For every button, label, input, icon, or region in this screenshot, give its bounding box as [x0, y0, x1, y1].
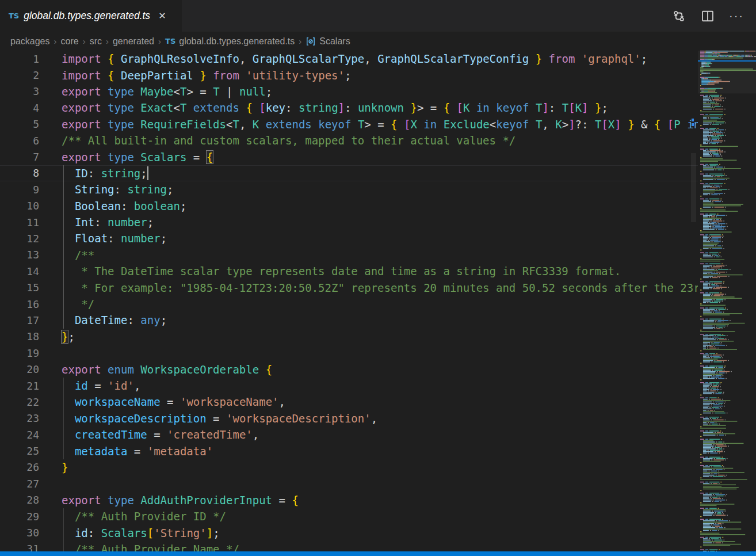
code-line[interactable]: 2import { DeepPartial } from 'utility-ty… [0, 67, 698, 83]
line-number: 2 [0, 69, 39, 81]
code-line[interactable]: 18}; [0, 329, 698, 345]
code-line[interactable]: 19 [0, 345, 698, 361]
breadcrumb-item-src[interactable]: src [90, 36, 102, 47]
code-line[interactable]: 16 */ [0, 296, 698, 312]
code-line[interactable]: 1import { GraphQLResolveInfo, GraphQLSca… [0, 51, 698, 67]
code-line[interactable]: 11 Int: number; [0, 214, 698, 230]
code-text: export type AddAuthProviderInput = { [39, 494, 299, 507]
code-line[interactable]: 23 workspaceDescription = 'workspaceDesc… [0, 410, 698, 426]
text-cursor [147, 166, 148, 180]
line-number: 12 [0, 233, 39, 245]
cursor-decoration [692, 119, 694, 121]
code-editor[interactable]: 1import { GraphQLResolveInfo, GraphQLSca… [0, 51, 756, 551]
breadcrumb-label: src [90, 36, 102, 47]
code-text: ID: string; [39, 166, 148, 180]
code-line[interactable]: 13 /** [0, 247, 698, 263]
breadcrumb-item-global-db-types-generated-ts[interactable]: TSglobal.db.types.generated.ts [165, 36, 295, 47]
line-number: 8 [0, 167, 39, 179]
breadcrumb-item-packages[interactable]: packages [10, 36, 50, 47]
line-number: 13 [0, 249, 39, 261]
code-line[interactable]: 25 metadata = 'metadata' [0, 443, 698, 459]
code-text: export enum WorkspaceOrderable { [39, 363, 272, 376]
indent-guide [63, 508, 64, 551]
vscode-window: TS global.db.types.generated.ts ✕ [0, 0, 756, 556]
breadcrumb-label: Scalars [319, 36, 350, 47]
close-tab-icon[interactable]: ✕ [158, 12, 166, 21]
indent-guide [63, 165, 64, 329]
line-number: 15 [0, 281, 39, 294]
breadcrumb-item-generated[interactable]: generated [113, 36, 154, 47]
breadcrumb: packages›core›src›generated›TSglobal.db.… [0, 32, 756, 51]
line-number: 17 [0, 314, 39, 326]
line-number: 16 [0, 298, 39, 310]
code-line[interactable]: 9 String: string; [0, 181, 698, 197]
line-number: 3 [0, 85, 39, 97]
code-line[interactable]: 5export type RequireFields<T, K extends … [0, 116, 698, 132]
line-number: 25 [0, 445, 39, 457]
breadcrumb-item-core[interactable]: core [61, 36, 79, 47]
code-line[interactable]: 26} [0, 459, 698, 475]
code-line[interactable]: 10 Boolean: boolean; [0, 198, 698, 214]
open-changes-icon[interactable] [672, 9, 686, 23]
code-line[interactable]: 22 workspaceName = 'workspaceName', [0, 394, 698, 410]
code-line[interactable]: 29 /** Auth Provider ID */ [0, 508, 698, 524]
tab-global-db-types-generated[interactable]: TS global.db.types.generated.ts ✕ [0, 0, 182, 32]
status-bar-edge [0, 551, 756, 556]
line-number: 27 [0, 478, 39, 490]
breadcrumb-label: core [61, 36, 79, 47]
code-text: export type RequireFields<T, K extends k… [39, 118, 698, 131]
code-line[interactable]: 12 Float: number; [0, 230, 698, 246]
tab-filename: global.db.types.generated.ts [24, 10, 150, 22]
editor-actions: ··· [672, 0, 756, 32]
code-line[interactable]: 30 id: Scalars['String']; [0, 524, 698, 540]
code-text: * For example: "1985-04-12T23:20:50.52Z"… [39, 281, 698, 294]
line-number: 5 [0, 118, 39, 130]
code-text: /** All built-in and custom scalars, map… [39, 134, 516, 147]
code-text: Int: number; [39, 216, 154, 229]
code-text: } [39, 461, 68, 474]
overview-ruler[interactable] [690, 51, 698, 551]
code-line[interactable]: 27 [0, 475, 698, 492]
code-text: import { GraphQLResolveInfo, GraphQLScal… [39, 52, 647, 65]
code-line[interactable]: 28export type AddAuthProviderInput = { [0, 492, 698, 508]
code-line[interactable]: 14 * The DateTime scalar type represents… [0, 263, 698, 279]
line-number: 20 [0, 363, 39, 375]
breadcrumb-label: generated [113, 36, 154, 47]
breadcrumb-separator-icon: › [158, 36, 161, 46]
code-line[interactable]: 20export enum WorkspaceOrderable { [0, 361, 698, 377]
split-editor-icon[interactable] [701, 9, 715, 23]
code-text: id = 'id', [39, 379, 140, 392]
line-number: 31 [0, 543, 39, 551]
code-text: * The DateTime scalar type represents da… [39, 265, 621, 277]
breadcrumb-separator-icon: › [83, 36, 86, 46]
code-line[interactable]: 3export type Maybe<T> = T | null; [0, 83, 698, 100]
more-actions-icon[interactable]: ··· [730, 9, 743, 23]
code-text: createdTime = 'createdTime', [39, 428, 259, 441]
code-line[interactable]: 24 createdTime = 'createdTime', [0, 426, 698, 443]
line-number: 11 [0, 216, 39, 229]
code-line[interactable]: 4export type Exact<T extends { [key: str… [0, 100, 698, 116]
code-text: import { DeepPartial } from 'utility-typ… [39, 69, 351, 82]
code-text: Boolean: boolean; [39, 200, 186, 212]
minimap[interactable] [698, 51, 756, 551]
code-line[interactable]: 15 * For example: "1985-04-12T23:20:50.5… [0, 279, 698, 295]
breadcrumb-separator-icon: › [106, 36, 109, 46]
line-number: 28 [0, 494, 39, 506]
code-line[interactable]: 7export type Scalars = { [0, 148, 698, 165]
code-text: }; [39, 330, 75, 343]
code-line[interactable]: 17 DateTime: any; [0, 312, 698, 328]
code-text: String: string; [39, 183, 174, 196]
code-line[interactable]: 8 ID: string; [0, 165, 698, 181]
code-line[interactable]: 21 id = 'id', [0, 378, 698, 394]
code-line[interactable]: 31 /** Auth Provider Name */ [0, 541, 698, 551]
code-text: workspaceDescription = 'workspaceDescrip… [39, 412, 377, 425]
code-area[interactable]: 1import { GraphQLResolveInfo, GraphQLSca… [0, 51, 698, 551]
code-line[interactable]: 6/** All built-in and custom scalars, ma… [0, 132, 698, 148]
breadcrumb-label: packages [10, 36, 50, 47]
line-number: 21 [0, 380, 39, 392]
breadcrumb-item-scalars[interactable]: Scalars [306, 36, 350, 47]
typescript-file-icon: TS [9, 12, 19, 20]
line-number: 22 [0, 396, 39, 408]
line-number: 26 [0, 461, 39, 473]
line-number: 23 [0, 412, 39, 424]
